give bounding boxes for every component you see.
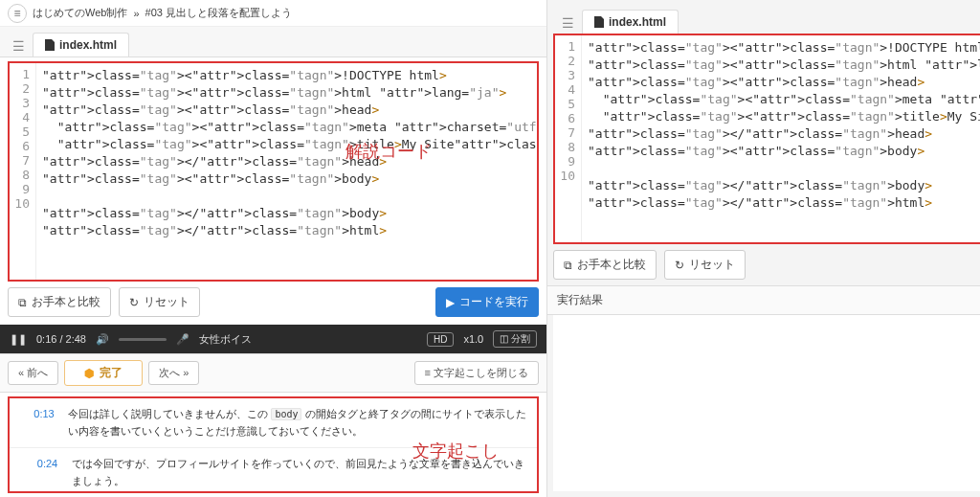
nav-bar: « 前へ ⬢ 完了 次へ » ≡ 文字起こしを閉じる (0, 353, 546, 393)
next-button[interactable]: 次へ » (148, 361, 199, 385)
file-icon (45, 39, 55, 51)
result-header: 実行結果 ⧉ (547, 285, 980, 315)
compare-button-right[interactable]: ⧉ お手本と比較 (553, 250, 657, 280)
reset-icon: ↻ (129, 296, 139, 309)
transcript-timestamp: 0:24 (37, 456, 64, 489)
reset-button[interactable]: ↻ リセット (119, 287, 200, 317)
tab-label: index.html (609, 15, 666, 29)
transcript-timestamp: 0:13 (33, 406, 60, 440)
line-gutter: 12345678910 (555, 35, 582, 242)
volume-icon[interactable]: 🔊 (96, 333, 109, 346)
left-editor[interactable]: 12345678910 "attr">class="tag"><"attr">c… (8, 61, 539, 282)
annotation-transcript: 文字起こし (412, 440, 499, 463)
file-icon (594, 16, 604, 28)
split-icon: ◫ (500, 333, 508, 344)
video-bar: ❚❚ 0:16 / 2:48 🔊 🎤 女性ボイス HD x1.0 ◫ 分割 (0, 325, 546, 353)
annotation-left: 解説コード (345, 140, 432, 163)
list-icon[interactable]: ☰ (557, 12, 578, 34)
copy-icon: ⧉ (18, 296, 27, 309)
reset-button-right[interactable]: ↻ リセット (664, 250, 746, 280)
compare-button[interactable]: ⧉ お手本と比較 (8, 287, 111, 317)
reset-icon: ↻ (675, 259, 684, 272)
breadcrumb-course[interactable]: はじめてのWeb制作 (33, 6, 127, 20)
menu-icon[interactable]: ≡ (8, 4, 27, 23)
list-icon: ≡ (425, 367, 431, 378)
code-area[interactable]: "attr">class="tag"><"attr">class="tagn">… (582, 35, 980, 242)
copy-icon: ⧉ (564, 259, 572, 272)
video-time: 0:16 / 2:48 (36, 333, 86, 345)
split-button[interactable]: ◫ 分割 (493, 330, 537, 348)
hd-badge[interactable]: HD (427, 332, 454, 347)
pause-icon[interactable]: ❚❚ (10, 333, 27, 346)
done-button[interactable]: ⬢ 完了 (64, 360, 143, 386)
list-icon[interactable]: ☰ (8, 35, 29, 56)
result-body (553, 315, 980, 491)
speed-label[interactable]: x1.0 (463, 333, 483, 345)
result-title: 実行結果 (557, 292, 603, 308)
run-button[interactable]: ▶ コードを実行 (435, 287, 539, 317)
transcript-panel: 文字起こし 0:13今回は詳しく説明していきませんが、この body の開始タグ… (8, 396, 539, 493)
prev-button[interactable]: « 前へ (8, 361, 58, 385)
voice-button[interactable]: 女性ボイス (199, 332, 252, 347)
tab-label: index.html (59, 38, 117, 52)
right-tabbar: ☰ index.html (553, 4, 980, 34)
breadcrumb-lesson[interactable]: #03 見出しと段落を配置しよう (145, 6, 292, 20)
left-tabbar: ☰ index.html (0, 27, 546, 57)
mic-icon: 🎤 (176, 333, 189, 346)
play-icon: ▶ (446, 296, 455, 309)
line-gutter: 12345678910 (10, 63, 36, 280)
code-area[interactable]: "attr">class="tag"><"attr">class="tagn">… (36, 63, 537, 280)
cube-icon: ⬢ (84, 367, 94, 380)
tab-index-html-right[interactable]: index.html (582, 10, 679, 34)
right-editor[interactable]: 12345678910 "attr">class="tag"><"attr">c… (553, 34, 980, 244)
close-transcript-button[interactable]: ≡ 文字起こしを閉じる (414, 361, 539, 385)
volume-slider[interactable] (119, 338, 167, 341)
tab-index-html[interactable]: index.html (33, 33, 129, 56)
transcript-text: 今回は詳しく説明していきませんが、この body の開始タグと終了タグの間にサイ… (68, 406, 527, 440)
breadcrumb: ≡ はじめてのWeb制作 » #03 見出しと段落を配置しよう (0, 0, 546, 27)
